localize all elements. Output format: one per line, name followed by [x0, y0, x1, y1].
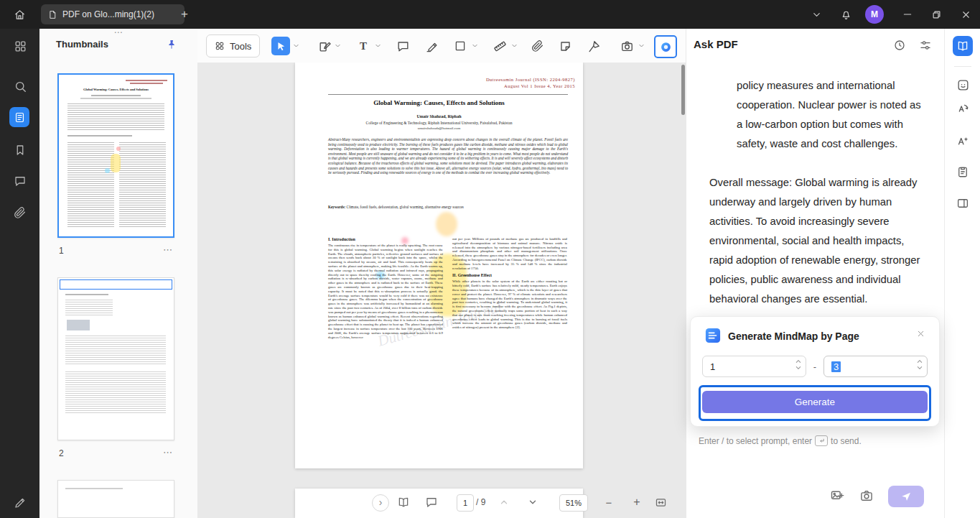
to-page-value-selected: 3: [831, 361, 841, 372]
sidebar-item-annotate[interactable]: [12, 495, 28, 511]
account-avatar[interactable]: M: [865, 5, 884, 24]
rail-item-notes[interactable]: [956, 165, 970, 179]
document-tab[interactable]: PDF on Glo...ming(1)(2): [41, 4, 185, 24]
notifications-button[interactable]: [838, 6, 854, 22]
thumbnail-1-label: 1: [59, 246, 64, 256]
restore-button[interactable]: [928, 6, 944, 22]
mini-journal-line: [126, 80, 167, 81]
ai-tool-highlighted[interactable]: [654, 35, 677, 58]
fit-width-button[interactable]: [653, 494, 668, 510]
zoom-level-button[interactable]: 51%: [559, 494, 588, 512]
add-image-icon: [830, 489, 844, 503]
screenshot-button[interactable]: [859, 489, 874, 503]
snapshot-tool-dropdown[interactable]: [638, 42, 645, 49]
mindmap-dialog: Generate MindMap by Page 1 - 3: [690, 316, 940, 427]
page-thumbnail-1[interactable]: Global Warming: Causes, Effects and Solu…: [57, 73, 174, 238]
stepper-up-icon: [917, 359, 923, 364]
tools-menu-button[interactable]: Tools: [206, 34, 260, 57]
comment-tool[interactable]: [393, 37, 412, 55]
sidebar-item-apps[interactable]: [12, 38, 28, 54]
thumbnail-1-menu[interactable]: ⋯: [163, 244, 173, 255]
range-separator: -: [813, 361, 816, 372]
chat-history-button[interactable]: [893, 39, 906, 52]
shapes-tool[interactable]: [451, 37, 470, 55]
generate-button[interactable]: Generate: [702, 391, 928, 413]
dialog-close-button[interactable]: [916, 329, 925, 338]
chat-message-summary: Overall message: Global warming is alrea…: [709, 173, 930, 309]
measure-tool-dropdown[interactable]: [511, 42, 518, 49]
zoom-out-button[interactable]: −: [602, 496, 615, 509]
tabs-dropdown-button[interactable]: [808, 6, 824, 22]
shapes-tool-dropdown[interactable]: [472, 42, 478, 49]
new-tab-button[interactable]: +: [177, 6, 192, 22]
vertical-scrollbar-thumb[interactable]: [681, 65, 685, 115]
thumbnail-2-menu[interactable]: ⋯: [163, 447, 173, 458]
edit-tool[interactable]: [315, 37, 334, 55]
previous-page-button[interactable]: [498, 496, 510, 508]
page-number-input[interactable]: 1: [457, 494, 474, 512]
bell-icon: [840, 9, 852, 21]
rail-item-summarize[interactable]: [956, 134, 970, 148]
next-page-button[interactable]: [527, 496, 538, 508]
expand-panel-button[interactable]: ›: [372, 494, 389, 512]
prompt-hint: Enter / to select prompt, enter to send.: [699, 435, 862, 446]
minimize-button[interactable]: [900, 6, 915, 22]
main-toolbar: Tools T: [197, 29, 686, 63]
tools-label: Tools: [230, 41, 251, 52]
select-tool-active[interactable]: [271, 37, 290, 55]
highlighter-tool-icon: [425, 40, 439, 53]
text-tool-dropdown[interactable]: [375, 42, 381, 49]
to-page-stepper[interactable]: [917, 359, 923, 370]
enter-key-icon: [815, 435, 828, 446]
reader-icon: [956, 40, 969, 52]
paper-keywords: Keywords: Climate, fossil fuels, defores…: [328, 205, 568, 209]
sidebar-item-attachments[interactable]: [12, 205, 28, 221]
page-thumbnail-2[interactable]: [57, 277, 174, 440]
sidebar-item-thumbnails-active[interactable]: [9, 107, 29, 127]
from-page-stepper[interactable]: [795, 359, 801, 370]
home-button[interactable]: [11, 6, 27, 22]
minus-icon: −: [606, 496, 612, 509]
reading-mode-button[interactable]: [396, 495, 411, 509]
send-button[interactable]: [888, 486, 924, 507]
measure-tool[interactable]: [490, 37, 509, 55]
edit-tool-dropdown[interactable]: [335, 42, 341, 49]
chat-settings-button[interactable]: [919, 39, 932, 52]
close-button[interactable]: [958, 6, 974, 22]
sidebar-item-bookmarks[interactable]: [12, 142, 28, 158]
mini-paragraph: [65, 371, 166, 413]
rail-item-reader-active[interactable]: [953, 36, 973, 56]
keywords-label: Keywords:: [328, 205, 345, 209]
pdf-viewport[interactable]: Dutreesamin Journal Dutreesamin Journal …: [197, 63, 686, 518]
screenshot-icon: [859, 489, 874, 503]
highlighter-tool[interactable]: [422, 37, 441, 55]
shapes-tool-icon: [454, 40, 467, 52]
text-tool[interactable]: T: [354, 37, 373, 55]
comments-icon: [14, 175, 27, 188]
add-image-button[interactable]: [830, 489, 844, 503]
signature-tool[interactable]: [584, 37, 603, 55]
snapshot-tool-icon: [620, 40, 634, 53]
sticker-tool[interactable]: [556, 37, 574, 55]
select-tool-dropdown[interactable]: [293, 42, 299, 49]
stepper-down-icon: [917, 366, 923, 370]
page-comments-button[interactable]: [424, 495, 439, 509]
journal-header: Dutreesamin Journal (ISSN: 2204-9827) Au…: [486, 76, 575, 89]
attach-tool[interactable]: [528, 37, 547, 55]
page-thumbnail-3[interactable]: [57, 480, 174, 518]
ask-pdf-panel: Ask PDF policy measures and internationa…: [686, 29, 945, 518]
sidebar-item-comments[interactable]: [12, 173, 28, 189]
rail-item-panel-layout[interactable]: [956, 196, 970, 211]
rail-item-ai-assistant[interactable]: [956, 78, 970, 92]
zoom-in-button[interactable]: +: [630, 496, 643, 509]
to-page-input[interactable]: 3: [823, 356, 928, 377]
chevron-down-icon: [293, 42, 299, 49]
pin-panel-button[interactable]: [166, 39, 177, 50]
snapshot-tool[interactable]: [617, 37, 636, 55]
panel-drag-handle[interactable]: ⋯: [114, 29, 123, 37]
from-page-input[interactable]: 1: [702, 356, 806, 377]
rail-item-text-recognition[interactable]: [956, 101, 970, 116]
send-icon: [900, 491, 912, 502]
chevron-down-icon: [528, 497, 538, 507]
sidebar-item-search[interactable]: [12, 78, 28, 94]
